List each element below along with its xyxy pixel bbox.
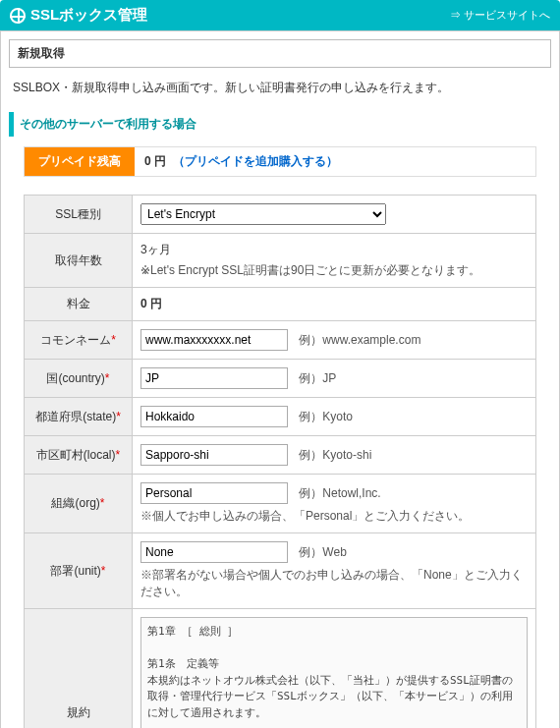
- label-country: 国(country)*: [25, 360, 133, 398]
- locality-example: 例）Kyoto-shi: [299, 448, 371, 462]
- common-name-example: 例）www.example.com: [299, 333, 420, 347]
- country-input[interactable]: [140, 367, 288, 389]
- prepaid-purchase-link[interactable]: （プリペイドを追加購入する）: [173, 154, 338, 168]
- prepaid-balance-row: プリペイド残高 0 円 （プリペイドを追加購入する）: [24, 146, 536, 177]
- service-site-link[interactable]: ⇒ サービスサイトへ: [450, 8, 550, 23]
- subsection-label: その他のサーバーで利用する場合: [20, 117, 196, 131]
- label-price: 料金: [25, 288, 133, 321]
- org-input[interactable]: [140, 482, 288, 504]
- label-org: 組織(org)*: [25, 475, 133, 533]
- unit-input[interactable]: [140, 541, 288, 563]
- label-terms: 規約: [25, 609, 133, 729]
- years-note: ※Let's Encrypt SSL証明書は90日ごとに更新が必要となります。: [140, 262, 528, 279]
- common-name-input[interactable]: [140, 329, 288, 351]
- prepaid-value: 0 円 （プリペイドを追加購入する）: [135, 147, 348, 176]
- page-title-text: SSLボックス管理: [30, 6, 147, 25]
- label-locality: 市区町村(local)*: [25, 436, 133, 475]
- section-new-acquisition: 新規取得: [9, 39, 551, 68]
- description-text: SSLBOX・新規取得申し込み画面です。新しい証明書発行の申し込みを行えます。: [13, 80, 551, 96]
- label-unit: 部署(unit)*: [25, 533, 133, 609]
- price-value: 0 円: [140, 297, 162, 310]
- state-input[interactable]: [140, 406, 288, 427]
- label-years: 取得年数: [25, 234, 133, 288]
- label-ssl-type: SSL種別: [25, 196, 133, 234]
- org-note: ※個人でお申し込みの場合、「Personal」とご入力ください。: [140, 508, 528, 525]
- form-table: SSL種別 Let's Encrypt 取得年数 3ヶ月 ※Let's Encr…: [24, 195, 536, 728]
- unit-note: ※部署名がない場合や個人でのお申し込みの場合、「None」とご入力ください。: [140, 567, 528, 600]
- prepaid-label: プリペイド残高: [25, 147, 135, 176]
- prepaid-amount: 0 円: [144, 154, 166, 168]
- page-title: SSLボックス管理: [10, 6, 147, 25]
- unit-example: 例）Web: [299, 545, 346, 559]
- subsection-other-server: その他のサーバーで利用する場合: [9, 112, 551, 137]
- ssl-type-select[interactable]: Let's Encrypt: [140, 203, 386, 225]
- globe-icon: [10, 8, 26, 24]
- header-bar: SSLボックス管理 ⇒ サービスサイトへ: [0, 0, 560, 30]
- years-value: 3ヶ月: [140, 243, 171, 256]
- main-container: 新規取得 SSLBOX・新規取得申し込み画面です。新しい証明書発行の申し込みを行…: [0, 30, 560, 728]
- terms-textarea[interactable]: [140, 617, 528, 728]
- country-example: 例）JP: [299, 371, 336, 385]
- label-state: 都道府県(state)*: [25, 398, 133, 436]
- state-example: 例）Kyoto: [299, 410, 353, 423]
- org-example: 例）Netowl,Inc.: [299, 486, 380, 500]
- label-common-name: コモンネーム*: [25, 321, 133, 360]
- locality-input[interactable]: [140, 444, 288, 466]
